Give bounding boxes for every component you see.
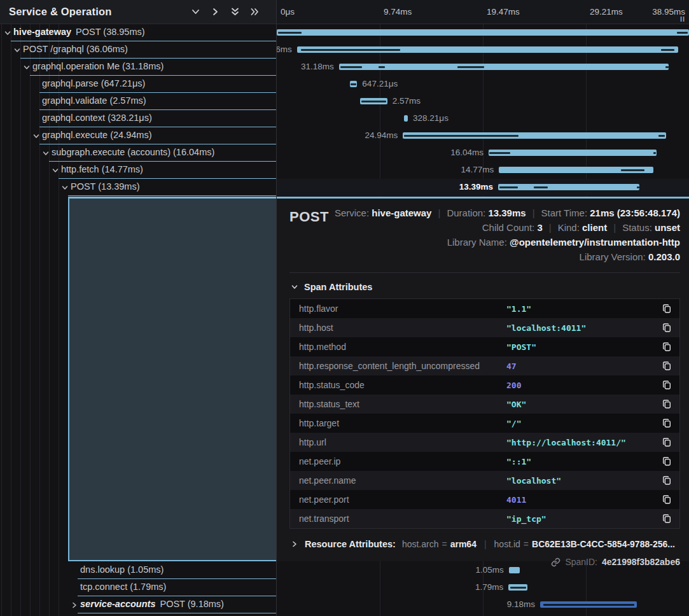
attribute-row[interactable]: http.target"/" [290, 414, 679, 433]
chevron-down-icon[interactable] [61, 184, 69, 192]
span-duration-bar[interactable] [509, 567, 520, 573]
span-row[interactable]: subgraph.execute (accounts) (16.04ms)16.… [0, 144, 689, 162]
span-duration-bar[interactable] [350, 81, 358, 87]
copy-icon[interactable] [662, 437, 672, 448]
column-resize-handle[interactable]: II [680, 15, 685, 23]
attribute-value: "localhost:4011" [506, 323, 662, 333]
span-bar-track[interactable]: 13.39ms [277, 179, 689, 196]
expand-one-icon[interactable] [191, 7, 200, 17]
span-name-cell[interactable]: graphql.parse (647.21μs) [0, 76, 276, 93]
chevron-down-icon[interactable] [42, 150, 50, 157]
span-name-cell[interactable]: POST (13.39ms) [0, 179, 276, 196]
chevron-down-icon[interactable] [13, 46, 21, 54]
span-row[interactable]: graphql.context (328.21μs)328.21μs [0, 110, 689, 127]
span-name-label: POST (13.39ms) [71, 181, 140, 192]
span-duration-label: 647.21μs [362, 79, 398, 88]
chevron-down-icon[interactable] [23, 64, 31, 71]
span-row[interactable]: service-accountsPOST (9.18ms)9.18ms [0, 596, 689, 613]
resource-equals: = [442, 539, 447, 549]
span-row[interactable]: tcp.connect (1.79ms)1.79ms [0, 579, 689, 596]
span-row[interactable]: POST (13.39ms)13.39ms [0, 179, 689, 196]
span-duration-bar[interactable] [499, 167, 653, 173]
chevron-down-icon[interactable] [4, 29, 11, 37]
attribute-row[interactable]: http.status_code200 [290, 375, 679, 395]
copy-icon[interactable] [662, 303, 672, 314]
resource-attributes-row[interactable]: Resource Attributes: host.arch=arm64|hos… [291, 539, 680, 549]
span-duration-bar[interactable] [508, 584, 527, 591]
span-operation-name: graphql.context (328.21μs) [42, 113, 152, 123]
ruler-tick: 0μs [281, 7, 295, 17]
span-bar-track[interactable]: 38.95ms [277, 24, 689, 41]
attribute-key: net.peer.port [299, 494, 506, 505]
expand-all-icon[interactable] [230, 7, 240, 17]
span-name-cell[interactable]: service-accountsPOST (9.18ms) [0, 596, 276, 613]
chevron-down-icon[interactable] [52, 167, 59, 174]
span-row[interactable]: POST /graphql (36.06ms)36.06ms [0, 41, 689, 59]
span-attributes-header[interactable]: Span Attributes [291, 282, 680, 292]
span-name-cell[interactable]: graphql.context (328.21μs) [0, 110, 276, 127]
copy-icon[interactable] [662, 379, 672, 391]
span-name-cell[interactable]: http.fetch (14.77ms) [0, 162, 276, 179]
chevron-right-icon[interactable] [71, 601, 78, 609]
attribute-row[interactable]: net.transport"ip_tcp" [290, 509, 679, 528]
span-duration-bar[interactable] [297, 46, 678, 53]
span-duration-bar[interactable] [540, 601, 637, 608]
span-bar-track[interactable]: 31.18ms [277, 59, 689, 76]
collapse-all-icon[interactable] [250, 7, 260, 17]
copy-icon[interactable] [662, 475, 672, 486]
copy-icon[interactable] [662, 417, 672, 429]
attribute-row[interactable]: net.peer.ip"::1" [290, 452, 679, 471]
span-bar-track[interactable]: 647.21μs [277, 76, 689, 93]
span-bar-track[interactable]: 16.04ms [277, 144, 689, 162]
attribute-row[interactable]: http.method"POST" [290, 337, 679, 356]
span-name-cell[interactable]: graphql.operation Me (31.18ms) [0, 59, 276, 76]
column-divider[interactable] [276, 0, 277, 616]
span-bar-track[interactable]: 36.06ms [277, 41, 689, 59]
span-duration-bar[interactable] [498, 184, 639, 190]
copy-icon[interactable] [662, 360, 672, 372]
attribute-row[interactable]: net.peer.port4011 [290, 490, 679, 509]
copy-icon[interactable] [662, 494, 672, 505]
copy-icon[interactable] [662, 513, 672, 524]
copy-icon[interactable] [662, 341, 672, 353]
span-row[interactable]: hive-gatewayPOST (38.95ms)38.95ms [0, 24, 689, 41]
copy-icon[interactable] [662, 398, 672, 410]
attribute-row[interactable]: http.flavor"1.1" [290, 299, 679, 318]
span-row[interactable]: graphql.validate (2.57ms)2.57ms [0, 93, 689, 110]
span-name-cell[interactable]: graphql.validate (2.57ms) [0, 93, 276, 110]
span-name-cell[interactable]: subgraph.execute (accounts) (16.04ms) [0, 144, 276, 162]
collapse-one-icon[interactable] [211, 7, 220, 17]
attribute-value: "localhost" [506, 476, 662, 486]
span-row[interactable]: http.fetch (14.77ms)14.77ms [0, 162, 689, 179]
attribute-row[interactable]: http.response_content_length_uncompresse… [290, 356, 679, 375]
attribute-row[interactable]: http.host"localhost:4011" [290, 318, 679, 337]
attribute-row[interactable]: http.url"http://localhost:4011/" [290, 433, 679, 452]
span-row[interactable]: graphql.operation Me (31.18ms)31.18ms [0, 59, 689, 76]
span-row[interactable]: graphql.execute (24.94ms)24.94ms [0, 127, 689, 144]
span-operation-name: graphql.validate (2.57ms) [42, 95, 146, 106]
span-duration-bar[interactable] [403, 132, 666, 139]
span-duration-bar[interactable] [404, 115, 408, 122]
span-duration-bar[interactable] [360, 98, 387, 104]
link-icon[interactable] [551, 557, 560, 567]
span-name-cell[interactable]: POST /graphql (36.06ms) [0, 41, 276, 59]
span-bar-track[interactable]: 2.57ms [277, 93, 689, 110]
span-bar-track[interactable]: 328.21μs [277, 110, 689, 127]
span-name-cell[interactable]: graphql.execute (24.94ms) [0, 127, 276, 144]
span-bar-track[interactable]: 1.79ms [277, 579, 689, 596]
span-name-cell[interactable]: hive-gatewayPOST (38.95ms) [0, 24, 276, 41]
span-bar-track[interactable]: 24.94ms [277, 127, 689, 144]
span-duration-bar[interactable] [339, 64, 669, 70]
copy-icon[interactable] [662, 322, 672, 333]
copy-icon[interactable] [662, 456, 672, 467]
span-name-cell[interactable]: dns.lookup (1.05ms) [0, 562, 276, 579]
span-bar-track[interactable]: 14.77ms [277, 162, 689, 179]
span-name-cell[interactable]: tcp.connect (1.79ms) [0, 579, 276, 596]
attribute-row[interactable]: net.peer.name"localhost" [290, 471, 679, 490]
chevron-down-icon[interactable] [32, 132, 40, 140]
attribute-row[interactable]: http.status_text"OK" [290, 395, 679, 414]
span-row[interactable]: graphql.parse (647.21μs)647.21μs [0, 76, 689, 93]
span-duration-bar[interactable] [489, 150, 657, 156]
span-duration-bar[interactable] [277, 29, 689, 36]
span-bar-track[interactable]: 9.18ms [277, 596, 689, 613]
